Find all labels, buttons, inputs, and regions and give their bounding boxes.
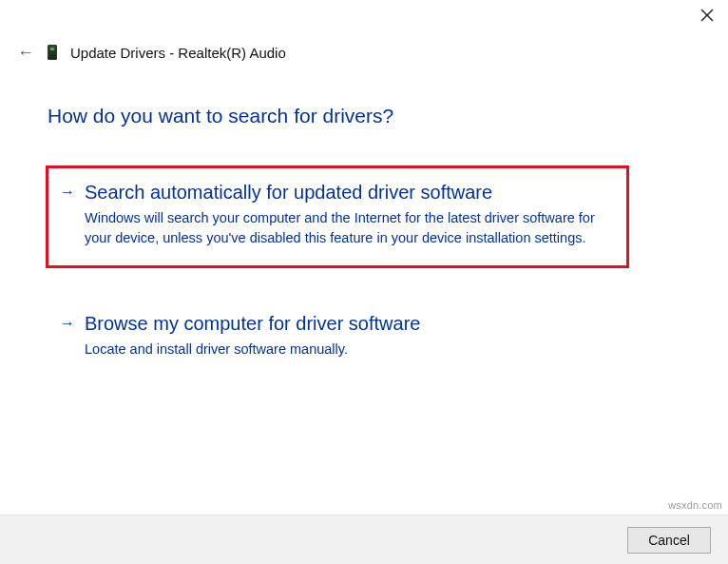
driver-chip-icon [48, 45, 57, 60]
close-icon[interactable] [699, 8, 715, 23]
wizard-question: How do you want to search for drivers? [48, 105, 393, 127]
arrow-right-icon: → [60, 311, 75, 336]
arrow-right-icon: → [60, 180, 75, 204]
cancel-button[interactable]: Cancel [627, 527, 711, 554]
option-title: Search automatically for updated driver … [85, 180, 492, 204]
page-title: Update Drivers - Realtek(R) Audio [70, 45, 286, 61]
option-search-automatically[interactable]: → Search automatically for updated drive… [46, 165, 629, 268]
option-browse-computer[interactable]: → Browse my computer for driver software… [46, 297, 629, 379]
wizard-header: ← Update Drivers - Realtek(R) Audio [17, 44, 286, 61]
option-description: Windows will search your computer and th… [85, 208, 607, 248]
option-title: Browse my computer for driver software [85, 311, 420, 336]
option-description: Locate and install driver software manua… [85, 340, 607, 360]
footer-bar: Cancel [0, 515, 728, 564]
watermark-text: wsxdn.com [668, 499, 722, 511]
back-arrow-icon[interactable]: ← [17, 44, 34, 61]
